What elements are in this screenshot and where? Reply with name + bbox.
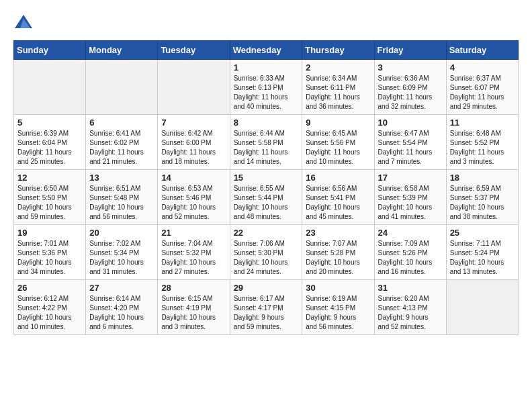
day-number: 18 [450, 173, 515, 183]
day-number: 20 [89, 228, 154, 238]
day-number: 21 [161, 228, 226, 238]
page-header [13, 13, 519, 34]
day-info: Sunrise: 7:09 AM Sunset: 5:26 PM Dayligh… [378, 239, 443, 277]
calendar-cell: 26Sunrise: 6:12 AM Sunset: 4:22 PM Dayli… [14, 280, 86, 335]
day-info: Sunrise: 7:06 AM Sunset: 5:30 PM Dayligh… [234, 239, 299, 277]
calendar-cell: 17Sunrise: 6:58 AM Sunset: 5:39 PM Dayli… [374, 170, 446, 225]
day-number: 3 [378, 62, 443, 73]
calendar-cell: 14Sunrise: 6:53 AM Sunset: 5:46 PM Dayli… [158, 170, 230, 225]
calendar-cell: 7Sunrise: 6:42 AM Sunset: 6:00 PM Daylig… [158, 115, 230, 170]
calendar-cell: 19Sunrise: 7:01 AM Sunset: 5:36 PM Dayli… [14, 225, 86, 280]
calendar-cell [446, 280, 518, 335]
calendar-cell: 12Sunrise: 6:50 AM Sunset: 5:50 PM Dayli… [14, 170, 86, 225]
weekday-header-saturday: Saturday [446, 41, 518, 60]
day-info: Sunrise: 7:02 AM Sunset: 5:34 PM Dayligh… [89, 239, 154, 277]
calendar-cell: 6Sunrise: 6:41 AM Sunset: 6:02 PM Daylig… [86, 115, 158, 170]
day-info: Sunrise: 6:48 AM Sunset: 5:52 PM Dayligh… [450, 129, 515, 167]
day-info: Sunrise: 6:45 AM Sunset: 5:56 PM Dayligh… [306, 129, 370, 167]
calendar-cell: 21Sunrise: 7:04 AM Sunset: 5:32 PM Dayli… [158, 225, 230, 280]
weekday-header-friday: Friday [374, 41, 446, 60]
day-info: Sunrise: 6:14 AM Sunset: 4:20 PM Dayligh… [89, 294, 154, 332]
day-number: 31 [378, 283, 443, 293]
calendar-cell: 18Sunrise: 6:59 AM Sunset: 5:37 PM Dayli… [446, 170, 518, 225]
day-info: Sunrise: 6:34 AM Sunset: 6:11 PM Dayligh… [306, 74, 370, 111]
calendar-cell [158, 60, 230, 115]
calendar-week-row-3: 12Sunrise: 6:50 AM Sunset: 5:50 PM Dayli… [14, 170, 519, 225]
logo [13, 13, 36, 34]
day-info: Sunrise: 6:39 AM Sunset: 6:04 PM Dayligh… [17, 129, 82, 167]
weekday-header-row: SundayMondayTuesdayWednesdayThursdayFrid… [14, 41, 519, 60]
day-info: Sunrise: 6:53 AM Sunset: 5:46 PM Dayligh… [161, 184, 226, 222]
day-info: Sunrise: 7:04 AM Sunset: 5:32 PM Dayligh… [161, 239, 226, 277]
logo-icon [13, 13, 34, 34]
day-number: 4 [450, 62, 515, 73]
calendar-cell: 25Sunrise: 7:11 AM Sunset: 5:24 PM Dayli… [446, 225, 518, 280]
day-info: Sunrise: 6:51 AM Sunset: 5:48 PM Dayligh… [89, 184, 154, 222]
calendar-cell: 27Sunrise: 6:14 AM Sunset: 4:20 PM Dayli… [86, 280, 158, 335]
calendar-cell: 8Sunrise: 6:44 AM Sunset: 5:58 PM Daylig… [230, 115, 302, 170]
day-info: Sunrise: 6:15 AM Sunset: 4:19 PM Dayligh… [161, 294, 226, 332]
calendar-cell: 9Sunrise: 6:45 AM Sunset: 5:56 PM Daylig… [302, 115, 374, 170]
day-number: 25 [450, 228, 515, 238]
day-number: 19 [17, 228, 82, 238]
calendar-cell: 23Sunrise: 7:07 AM Sunset: 5:28 PM Dayli… [302, 225, 374, 280]
day-number: 14 [161, 173, 226, 183]
calendar-cell: 13Sunrise: 6:51 AM Sunset: 5:48 PM Dayli… [86, 170, 158, 225]
day-number: 16 [306, 173, 370, 183]
weekday-header-thursday: Thursday [302, 41, 374, 60]
day-number: 12 [17, 173, 82, 183]
weekday-header-monday: Monday [86, 41, 158, 60]
day-info: Sunrise: 6:59 AM Sunset: 5:37 PM Dayligh… [450, 184, 515, 222]
calendar-table: SundayMondayTuesdayWednesdayThursdayFrid… [13, 40, 519, 335]
day-info: Sunrise: 6:47 AM Sunset: 5:54 PM Dayligh… [378, 129, 443, 167]
calendar-cell: 28Sunrise: 6:15 AM Sunset: 4:19 PM Dayli… [158, 280, 230, 335]
day-info: Sunrise: 6:55 AM Sunset: 5:44 PM Dayligh… [234, 184, 299, 222]
calendar-cell: 30Sunrise: 6:19 AM Sunset: 4:15 PM Dayli… [302, 280, 374, 335]
calendar-cell: 31Sunrise: 6:20 AM Sunset: 4:13 PM Dayli… [374, 280, 446, 335]
day-info: Sunrise: 6:50 AM Sunset: 5:50 PM Dayligh… [17, 184, 82, 222]
day-number: 5 [17, 118, 82, 128]
day-info: Sunrise: 7:01 AM Sunset: 5:36 PM Dayligh… [17, 239, 82, 277]
day-info: Sunrise: 6:44 AM Sunset: 5:58 PM Dayligh… [234, 129, 299, 167]
day-info: Sunrise: 6:33 AM Sunset: 6:13 PM Dayligh… [234, 74, 299, 111]
calendar-cell: 20Sunrise: 7:02 AM Sunset: 5:34 PM Dayli… [86, 225, 158, 280]
day-number: 6 [89, 118, 154, 128]
weekday-header-wednesday: Wednesday [230, 41, 302, 60]
day-number: 30 [306, 283, 370, 293]
weekday-header-sunday: Sunday [14, 41, 86, 60]
day-number: 29 [234, 283, 299, 293]
calendar-cell: 24Sunrise: 7:09 AM Sunset: 5:26 PM Dayli… [374, 225, 446, 280]
calendar-cell: 15Sunrise: 6:55 AM Sunset: 5:44 PM Dayli… [230, 170, 302, 225]
day-info: Sunrise: 7:11 AM Sunset: 5:24 PM Dayligh… [450, 239, 515, 277]
calendar-week-row-2: 5Sunrise: 6:39 AM Sunset: 6:04 PM Daylig… [14, 115, 519, 170]
day-info: Sunrise: 6:56 AM Sunset: 5:41 PM Dayligh… [306, 184, 370, 222]
calendar-week-row-1: 1Sunrise: 6:33 AM Sunset: 6:13 PM Daylig… [14, 60, 519, 115]
day-number: 1 [234, 62, 299, 73]
day-info: Sunrise: 6:42 AM Sunset: 6:00 PM Dayligh… [161, 129, 226, 167]
calendar-cell: 29Sunrise: 6:17 AM Sunset: 4:17 PM Dayli… [230, 280, 302, 335]
day-number: 2 [306, 62, 370, 73]
calendar-cell: 5Sunrise: 6:39 AM Sunset: 6:04 PM Daylig… [14, 115, 86, 170]
day-number: 23 [306, 228, 370, 238]
day-number: 26 [17, 283, 82, 293]
day-number: 15 [234, 173, 299, 183]
calendar-cell [86, 60, 158, 115]
day-number: 27 [89, 283, 154, 293]
calendar-cell: 22Sunrise: 7:06 AM Sunset: 5:30 PM Dayli… [230, 225, 302, 280]
day-info: Sunrise: 6:41 AM Sunset: 6:02 PM Dayligh… [89, 129, 154, 167]
day-number: 11 [450, 118, 515, 128]
calendar-week-row-5: 26Sunrise: 6:12 AM Sunset: 4:22 PM Dayli… [14, 280, 519, 335]
calendar-cell: 11Sunrise: 6:48 AM Sunset: 5:52 PM Dayli… [446, 115, 518, 170]
day-number: 22 [234, 228, 299, 238]
calendar-week-row-4: 19Sunrise: 7:01 AM Sunset: 5:36 PM Dayli… [14, 225, 519, 280]
weekday-header-tuesday: Tuesday [158, 41, 230, 60]
day-info: Sunrise: 6:17 AM Sunset: 4:17 PM Dayligh… [234, 294, 299, 332]
calendar-cell: 4Sunrise: 6:37 AM Sunset: 6:07 PM Daylig… [446, 60, 518, 115]
calendar-cell: 10Sunrise: 6:47 AM Sunset: 5:54 PM Dayli… [374, 115, 446, 170]
day-number: 8 [234, 118, 299, 128]
day-info: Sunrise: 6:58 AM Sunset: 5:39 PM Dayligh… [378, 184, 443, 222]
day-number: 7 [161, 118, 226, 128]
calendar-cell: 3Sunrise: 6:36 AM Sunset: 6:09 PM Daylig… [374, 60, 446, 115]
day-number: 10 [378, 118, 443, 128]
day-number: 9 [306, 118, 370, 128]
